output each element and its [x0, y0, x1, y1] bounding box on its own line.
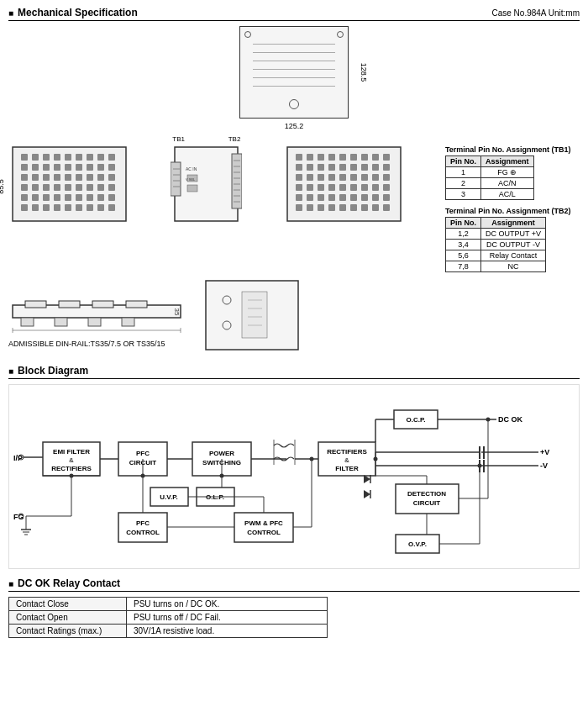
mechanical-header: Mechanical Specification Case No.984A Un… — [8, 7, 580, 21]
table-cell: DC OUTPUT +V — [480, 229, 545, 240]
svg-rect-36 — [108, 184, 115, 191]
svg-rect-56 — [171, 162, 181, 196]
svg-rect-105 — [328, 184, 335, 191]
svg-rect-43 — [87, 194, 93, 201]
table-cell: 1,2 — [445, 229, 480, 240]
svg-rect-71 — [187, 185, 197, 192]
svg-rect-45 — [108, 194, 115, 201]
svg-rect-93 — [296, 174, 302, 181]
table-row: Contact ClosePSU turns on / DC OK. — [9, 598, 328, 611]
svg-rect-61 — [232, 154, 242, 208]
svg-rect-31 — [54, 184, 60, 191]
svg-text:AC IN: AC IN — [186, 166, 197, 171]
svg-text:FILTER: FILTER — [335, 465, 359, 472]
svg-rect-16 — [87, 164, 93, 171]
svg-rect-35 — [97, 184, 104, 191]
svg-rect-47 — [32, 204, 39, 211]
dim-height-label: 128.5 — [360, 63, 369, 82]
dc-ok-section: DC OK Relay Contact Contact ClosePSU tur… — [8, 577, 580, 638]
table-cell: PSU turns off / DC Fail. — [127, 611, 328, 625]
svg-rect-53 — [97, 204, 104, 211]
svg-text:RECTIFIERS: RECTIFIERS — [51, 465, 92, 472]
svg-rect-115 — [339, 194, 346, 201]
svg-text:O.C.P.: O.C.P. — [407, 416, 426, 424]
table-row: 7,8NC — [445, 261, 545, 272]
svg-rect-91 — [372, 164, 379, 171]
tb2-caption: Terminal Pin No. Assignment (TB2) — [445, 207, 580, 215]
svg-rect-38 — [32, 194, 39, 201]
svg-rect-3 — [43, 154, 50, 161]
svg-rect-102 — [296, 184, 302, 191]
tb1-header-assign: Assignment — [480, 156, 533, 167]
svg-rect-104 — [318, 184, 324, 191]
svg-rect-121 — [307, 204, 313, 211]
tb1-header-pinno: Pin No. — [445, 156, 480, 167]
svg-rect-108 — [361, 184, 368, 191]
table-cell: 1 — [445, 167, 480, 178]
bottom-view-svg — [202, 279, 307, 355]
svg-rect-117 — [361, 194, 368, 201]
svg-rect-100 — [372, 174, 379, 181]
table-row: Contact OpenPSU turns off / DC Fail. — [9, 611, 328, 625]
svg-rect-133 — [126, 301, 147, 308]
table-cell: Contact Ratings (max.) — [9, 625, 127, 638]
svg-rect-126 — [361, 204, 368, 211]
svg-rect-28 — [21, 184, 28, 191]
svg-rect-79 — [339, 154, 346, 161]
block-diagram-title: Block Diagram — [18, 365, 88, 377]
svg-point-204 — [374, 457, 378, 461]
svg-rect-77 — [318, 154, 324, 161]
tb2-table: Pin No. Assignment 1,2DC OUTPUT +V3,4DC … — [445, 217, 546, 272]
svg-rect-46 — [21, 204, 28, 211]
svg-rect-26 — [97, 174, 104, 181]
svg-rect-14 — [65, 164, 71, 171]
svg-rect-209 — [234, 513, 293, 542]
svg-rect-145 — [242, 292, 267, 338]
svg-rect-11 — [32, 164, 39, 171]
svg-rect-89 — [350, 164, 357, 171]
svg-rect-54 — [108, 204, 115, 211]
table-cell: 5,6 — [445, 250, 480, 261]
middle-view: TB1 TB2 — [171, 145, 242, 227]
svg-rect-24 — [76, 174, 82, 181]
svg-rect-13 — [54, 164, 60, 171]
svg-rect-123 — [328, 204, 335, 211]
svg-rect-81 — [361, 154, 368, 161]
svg-text:EMI FILTER: EMI FILTER — [53, 448, 90, 456]
svg-rect-75 — [296, 154, 302, 161]
svg-rect-97 — [339, 174, 346, 181]
svg-rect-134 — [21, 318, 34, 326]
svg-rect-9 — [108, 154, 115, 161]
svg-rect-10 — [21, 164, 28, 171]
svg-rect-12 — [43, 164, 50, 171]
table-cell: DC OUTPUT -V — [480, 240, 545, 250]
svg-rect-107 — [350, 184, 357, 191]
table-cell: Contact Open — [9, 611, 127, 625]
svg-rect-103 — [307, 184, 313, 191]
svg-rect-90 — [361, 164, 368, 171]
dim-855: 85.5 — [0, 179, 5, 194]
dc-ok-header: DC OK Relay Contact — [8, 577, 580, 592]
svg-rect-94 — [307, 174, 313, 181]
svg-point-239 — [478, 464, 482, 468]
svg-rect-113 — [318, 194, 324, 201]
svg-rect-96 — [328, 174, 335, 181]
svg-rect-76 — [307, 154, 313, 161]
svg-rect-114 — [328, 194, 335, 201]
svg-rect-39 — [43, 194, 50, 201]
svg-marker-234 — [364, 490, 370, 498]
right-view — [283, 145, 405, 227]
svg-rect-98 — [350, 174, 357, 181]
svg-rect-116 — [350, 194, 357, 201]
svg-rect-41 — [65, 194, 71, 201]
svg-rect-131 — [59, 301, 80, 308]
bottom-side-view — [202, 279, 307, 356]
svg-rect-40 — [54, 194, 60, 201]
svg-text:&: & — [344, 456, 349, 464]
svg-text:&: & — [69, 456, 74, 464]
svg-rect-99 — [361, 174, 368, 181]
svg-rect-127 — [372, 204, 379, 211]
tb2-label: TB2 — [228, 135, 241, 143]
svg-rect-6 — [76, 154, 82, 161]
svg-rect-87 — [328, 164, 335, 171]
